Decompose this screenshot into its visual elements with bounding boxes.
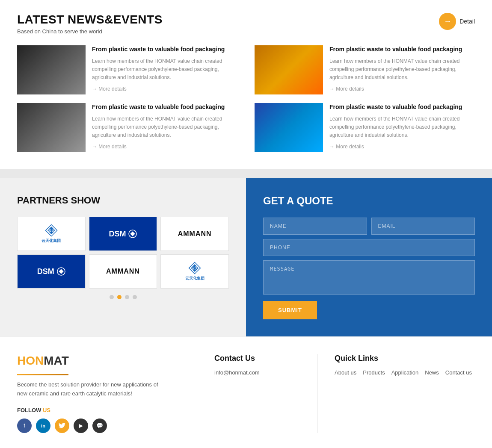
partner-card-dsm1: DSM: [89, 217, 157, 251]
follow-label: FOLLOW US: [17, 407, 167, 413]
quote-form: SUBMIT: [263, 218, 475, 319]
svg-rect-4: [130, 231, 135, 236]
quote-title: GET A QUOTE: [263, 195, 475, 207]
footer: HONMAT Become the best solution provider…: [0, 336, 492, 446]
partner-card-dsm2: DSM: [17, 254, 86, 289]
ytg-icon-1: 云天: [45, 224, 58, 237]
dsm-icon-1: [128, 230, 137, 238]
news-item-title-4: From plastic waste to valuable food pack…: [329, 103, 475, 112]
more-details-2[interactable]: → More details: [329, 86, 475, 92]
news-item-desc-1: Learn how members of the HONMAT value ch…: [92, 57, 237, 82]
footer-contact: Contact Us info@honmat.com: [214, 354, 300, 433]
quick-link-products[interactable]: Products: [363, 369, 385, 376]
news-image-2: [255, 45, 323, 94]
news-section: LATEST NEWS&EVENTS Based on China to ser…: [0, 0, 492, 169]
quick-links-title: Quick Links: [335, 354, 472, 363]
quick-link-application[interactable]: Application: [391, 369, 419, 376]
partners-grid: 云天 云天化集团 DSM AMMANN: [17, 217, 229, 289]
submit-button[interactable]: SUBMIT: [263, 301, 317, 319]
gray-separator: [0, 169, 492, 178]
news-item: From plastic waste to valuable food pack…: [255, 103, 475, 152]
news-content-4: From plastic waste to valuable food pack…: [329, 103, 475, 152]
quick-link-about[interactable]: About us: [335, 369, 356, 376]
quick-links-list: About us Products Application News Conta…: [335, 369, 472, 376]
quote-section: GET A QUOTE SUBMIT: [246, 178, 492, 336]
news-image-4: [255, 103, 323, 152]
dot-4[interactable]: [133, 295, 137, 299]
ytg-text-1: 云天化集团: [41, 238, 61, 244]
partner-logo-ammann1: AMMANN: [178, 230, 212, 238]
email-input[interactable]: [371, 218, 475, 235]
wechat-icon[interactable]: 💬: [92, 419, 107, 433]
social-icons: f in ▶ 💬: [17, 419, 167, 433]
partner-logo-ammann2: AMMANN: [106, 268, 140, 275]
facebook-icon[interactable]: f: [17, 419, 32, 433]
partner-logo-dsm1: DSM: [109, 230, 137, 239]
dot-3[interactable]: [125, 295, 129, 299]
ytg-text-2: 云天化集团: [185, 276, 205, 281]
more-details-3[interactable]: → More details: [92, 144, 237, 150]
dot-2[interactable]: [117, 295, 122, 299]
form-name-email-row: [263, 218, 475, 235]
news-item-desc-4: Learn how members of the HONMAT value ch…: [329, 115, 475, 140]
news-item: From plastic waste to valuable food pack…: [17, 103, 237, 152]
partners-title: PARTNERS SHOW: [17, 195, 229, 206]
news-image-1: [17, 45, 86, 94]
message-textarea[interactable]: [263, 260, 475, 295]
news-title: LATEST NEWS&EVENTS: [17, 13, 163, 27]
partner-card-ammann1: AMMANN: [160, 217, 229, 251]
news-item-desc-2: Learn how members of the HONMAT value ch…: [329, 57, 475, 82]
dsm-icon-2: [57, 267, 65, 276]
footer-brand: HONMAT Become the best solution provider…: [17, 354, 180, 433]
news-content-3: From plastic waste to valuable food pack…: [92, 103, 237, 152]
logo-mat: MAT: [44, 354, 69, 367]
detail-arrow-icon: →: [439, 13, 456, 30]
svg-text:云天: 云天: [48, 229, 55, 233]
name-input[interactable]: [263, 218, 367, 235]
twitter-bird-icon: [59, 423, 65, 429]
footer-tagline: Become the best solution provider for ne…: [17, 380, 167, 398]
footer-quick-links: Quick Links About us Products Applicatio…: [335, 354, 472, 433]
svg-text:云天: 云天: [191, 266, 199, 270]
linkedin-icon[interactable]: in: [36, 419, 50, 433]
partner-card-ytg1: 云天 云天化集团: [17, 217, 86, 251]
news-item: From plastic waste to valuable food pack…: [255, 45, 475, 94]
news-item-title-1: From plastic waste to valuable food pack…: [92, 45, 237, 54]
footer-divider-2: [317, 354, 317, 433]
contact-email: info@honmat.com: [214, 369, 300, 376]
partners-dots: [17, 295, 229, 299]
phone-input[interactable]: [263, 239, 475, 256]
news-item-title-3: From plastic waste to valuable food pack…: [92, 103, 237, 112]
quick-link-contact[interactable]: Contact us: [445, 369, 472, 376]
partner-logo-ytg2: 云天 云天化集团: [185, 262, 205, 281]
news-content-2: From plastic waste to valuable food pack…: [329, 45, 475, 94]
contact-title: Contact Us: [214, 354, 300, 363]
footer-divider-1: [197, 354, 197, 433]
svg-rect-6: [59, 269, 63, 274]
partner-logo-ytg1: 云天 云天化集团: [41, 224, 61, 244]
news-title-block: LATEST NEWS&EVENTS Based on China to ser…: [17, 13, 163, 35]
partner-card-ammann2: AMMANN: [89, 254, 157, 289]
twitter-icon[interactable]: [55, 419, 69, 433]
partners-section: PARTNERS SHOW 云天 云天化集团 DSM: [0, 178, 246, 336]
partners-quote-section: PARTNERS SHOW 云天 云天化集团 DSM: [0, 178, 492, 336]
partner-card-ytg2: 云天 云天化集团: [160, 254, 229, 289]
news-item: From plastic waste to valuable food pack…: [17, 45, 237, 94]
news-image-3: [17, 103, 86, 152]
logo-hon: HON: [17, 354, 44, 367]
quick-link-news[interactable]: News: [425, 369, 439, 376]
detail-button[interactable]: → Detail: [439, 13, 475, 30]
news-item-title-2: From plastic waste to valuable food pack…: [329, 45, 475, 54]
detail-label: Detail: [459, 18, 475, 25]
more-details-1[interactable]: → More details: [92, 86, 237, 92]
ytg-icon-2: 云天: [188, 262, 201, 274]
youtube-icon[interactable]: ▶: [74, 419, 88, 433]
news-content-1: From plastic waste to valuable food pack…: [92, 45, 237, 94]
more-details-4[interactable]: → More details: [329, 144, 475, 150]
follow-highlight: US: [43, 407, 50, 413]
news-grid: From plastic waste to valuable food pack…: [17, 45, 475, 152]
news-subtitle: Based on China to serve the world: [17, 28, 163, 35]
dot-1[interactable]: [110, 295, 114, 299]
news-header: LATEST NEWS&EVENTS Based on China to ser…: [17, 13, 475, 35]
footer-logo: HONMAT: [17, 354, 167, 368]
